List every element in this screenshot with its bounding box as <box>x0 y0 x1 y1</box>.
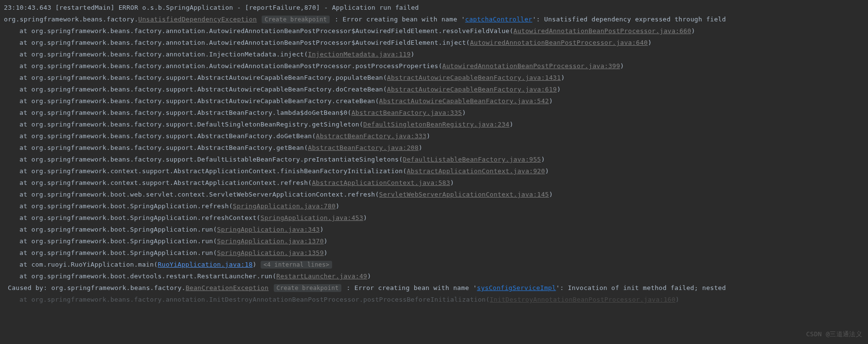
stack-frame: at org.springframework.context.support.A… <box>4 165 864 177</box>
source-link[interactable]: RuoYiApplication.java:18 <box>158 261 252 268</box>
stack-frame: at org.springframework.beans.factory.sup… <box>4 119 864 130</box>
source-link[interactable]: AbstractApplicationContext.java:583 <box>312 179 450 186</box>
source-link[interactable]: SpringApplication.java:1370 <box>217 237 323 245</box>
stack-frame: at org.springframework.context.support.A… <box>4 177 864 189</box>
at-keyword: at <box>19 179 27 186</box>
at-keyword: at <box>19 156 27 163</box>
at-keyword: at <box>19 202 27 210</box>
package-path: org.springframework.beans.factory.suppor… <box>27 144 308 151</box>
source-link[interactable]: SpringApplication.java:453 <box>261 214 363 221</box>
package-path: org.springframework.boot.SpringApplicati… <box>27 214 260 221</box>
source-link[interactable]: AbstractAutowireCapableBeanFactory.java:… <box>379 97 549 105</box>
stack-frame: at org.springframework.beans.factory.ann… <box>4 25 864 37</box>
caused-by-prefix: Caused by: org.springframework.beans.fac… <box>8 284 186 291</box>
at-keyword: at <box>19 214 27 221</box>
package-path: org.springframework.beans.factory.suppor… <box>27 109 351 116</box>
source-link[interactable]: AbstractAutowireCapableBeanFactory.java:… <box>387 86 557 93</box>
package-path: org.springframework.beans.factory.annota… <box>27 51 308 58</box>
timestamp: 23:10:43.643 <box>4 4 52 11</box>
stack-frame: at org.springframework.beans.factory.ann… <box>4 294 864 306</box>
source-link[interactable]: AbstractBeanFactory.java:208 <box>308 144 419 151</box>
stack-frame: at org.springframework.beans.factory.sup… <box>4 154 864 165</box>
exception-class-link[interactable]: UnsatisfiedDependencyException <box>138 16 257 23</box>
bean-link[interactable]: captchaController <box>465 16 532 23</box>
location: [reportFailure,870] <box>245 4 320 11</box>
create-breakpoint-button[interactable]: Create breakpoint <box>274 284 342 292</box>
stack-frame: at org.springframework.beans.factory.ann… <box>4 37 864 49</box>
error-prefix: : Error creating bean with name ' <box>347 284 477 291</box>
package-path: org.springframework.beans.factory.suppor… <box>27 156 403 163</box>
at-keyword: at <box>19 39 27 46</box>
source-link[interactable]: AutowiredAnnotationBeanPostProcessor.jav… <box>514 27 691 35</box>
source-link[interactable]: SpringApplication.java:780 <box>233 202 336 210</box>
logger: o.s.b.SpringApplication <box>142 4 233 11</box>
stack-frame: at org.springframework.beans.factory.sup… <box>4 72 864 84</box>
source-link[interactable]: AbstractBeanFactory.java:335 <box>352 109 462 116</box>
source-link[interactable]: AutowiredAnnotationBeanPostProcessor.jav… <box>470 39 648 46</box>
stack-frame: at org.springframework.boot.SpringApplic… <box>4 224 864 235</box>
create-breakpoint-button[interactable]: Create breakpoint <box>262 16 330 23</box>
at-keyword: at <box>19 74 27 81</box>
error-prefix: : Error creating bean with name ' <box>335 16 465 23</box>
package-path: com.ruoyi.RuoYiApplication.main( <box>31 261 158 268</box>
source-link[interactable]: AutowiredAnnotationBeanPostProcessor.jav… <box>443 62 620 70</box>
at-keyword: at <box>19 167 27 175</box>
at-keyword: at <box>19 296 27 303</box>
package-path: org.springframework.beans.factory.suppor… <box>27 132 316 140</box>
error-suffix: ': Invocation of init method failed; nes… <box>556 284 726 291</box>
stack-frame: at org.springframework.boot.SpringApplic… <box>4 200 864 212</box>
package-path: org.springframework.beans.factory.suppor… <box>27 86 387 93</box>
stack-frame: at org.springframework.beans.factory.sup… <box>4 130 864 142</box>
exception-class-link[interactable]: BeanCreationException <box>186 284 269 291</box>
package-path: org.springframework.beans.factory.annota… <box>27 62 442 70</box>
package-path: org.springframework.beans.factory.suppor… <box>27 121 363 128</box>
stack-frame: at org.springframework.beans.factory.sup… <box>4 84 864 95</box>
at-keyword: at <box>19 226 27 233</box>
source-link[interactable]: DefaultListableBeanFactory.java:955 <box>403 156 541 163</box>
package-path: org.springframework.beans.factory. <box>4 16 138 23</box>
message: Application run failed <box>332 4 419 11</box>
at-keyword: at <box>19 272 27 280</box>
stack-frame: at org.springframework.boot.SpringApplic… <box>4 247 864 259</box>
stack-frame: at org.springframework.beans.factory.sup… <box>4 95 864 107</box>
at-keyword: at <box>19 109 27 116</box>
bean-link[interactable]: sysConfigServiceImpl <box>477 284 556 291</box>
at-keyword: at <box>19 144 27 151</box>
package-path: org.springframework.boot.SpringApplicati… <box>27 226 217 233</box>
at-keyword: at <box>19 191 27 198</box>
source-link[interactable]: DefaultSingletonBeanRegistry.java:234 <box>363 121 510 128</box>
source-link[interactable]: AbstractApplicationContext.java:920 <box>407 167 545 175</box>
at-keyword: at <box>19 237 27 245</box>
caused-by-line: Caused by: org.springframework.beans.fac… <box>4 282 864 294</box>
stack-frame: at org.springframework.boot.web.servlet.… <box>4 189 864 200</box>
stack-frame: at org.springframework.boot.SpringApplic… <box>4 212 864 224</box>
stack-frame: at org.springframework.boot.devtools.res… <box>4 271 864 282</box>
source-link[interactable]: ServletWebServerApplicationContext.java:… <box>379 191 549 198</box>
package-path: org.springframework.beans.factory.annota… <box>27 27 514 35</box>
stack-frame: at org.springframework.beans.factory.sup… <box>4 142 864 154</box>
stack-frame: at org.springframework.beans.factory.ann… <box>4 60 864 72</box>
at-keyword: at <box>19 261 27 268</box>
package-path: org.springframework.boot.SpringApplicati… <box>27 237 217 245</box>
source-link[interactable]: AbstractAutowireCapableBeanFactory.java:… <box>387 74 561 81</box>
internal-lines-badge[interactable]: <4 internal lines> <box>261 261 332 269</box>
package-path: org.springframework.boot.SpringApplicati… <box>27 202 233 210</box>
user-stack-frame: ⊞ at com.ruoyi.RuoYiApplication.main(Ruo… <box>4 259 864 271</box>
source-link[interactable]: AbstractBeanFactory.java:333 <box>316 132 427 140</box>
source-link[interactable]: InitDestroyAnnotationBeanPostProcessor.j… <box>490 296 675 303</box>
at-keyword: at <box>19 97 27 105</box>
source-link[interactable]: SpringApplication.java:343 <box>217 226 319 233</box>
exception-line: org.springframework.beans.factory.Unsati… <box>4 14 864 25</box>
source-link[interactable]: RestartLauncher.java:49 <box>276 272 367 280</box>
at-keyword: at <box>19 132 27 140</box>
error-suffix: ': Unsatisfied dependency expressed thro… <box>532 16 726 23</box>
package-path: org.springframework.beans.factory.annota… <box>27 39 470 46</box>
at-keyword: at <box>19 51 27 58</box>
at-keyword: at <box>19 62 27 70</box>
package-path: org.springframework.beans.factory.annota… <box>31 296 490 303</box>
at-keyword: at <box>19 86 27 93</box>
package-path: org.springframework.boot.web.servlet.con… <box>27 191 379 198</box>
package-path: org.springframework.context.support.Abst… <box>27 167 407 175</box>
source-link[interactable]: SpringApplication.java:1359 <box>217 249 323 256</box>
source-link[interactable]: InjectionMetadata.java:119 <box>308 51 410 58</box>
